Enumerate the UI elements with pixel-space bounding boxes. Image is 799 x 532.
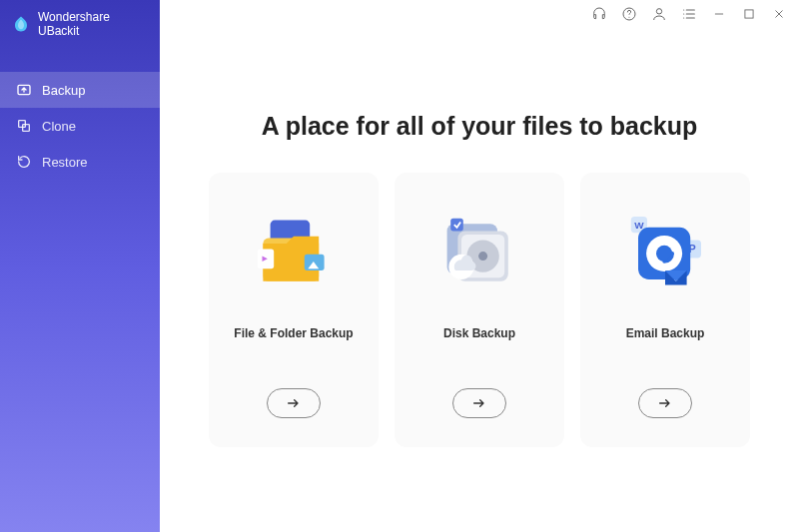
svg-text:W: W: [634, 220, 644, 231]
backup-icon: [16, 82, 32, 98]
card-file-folder-backup[interactable]: File & Folder Backup: [209, 173, 379, 447]
main: A place for all of your files to backup …: [160, 0, 799, 532]
nav: Backup Clone Restore: [0, 72, 160, 180]
user-icon[interactable]: [651, 6, 667, 22]
sidebar-item-clone[interactable]: Clone: [0, 108, 160, 144]
headset-icon[interactable]: [591, 6, 607, 22]
card-disk-backup[interactable]: Disk Backup: [395, 173, 564, 447]
svg-rect-18: [450, 219, 463, 232]
sidebar-item-label: Clone: [42, 119, 76, 134]
sidebar-item-restore[interactable]: Restore: [0, 144, 160, 180]
folder-icon: [244, 203, 344, 302]
topbar: [160, 0, 799, 28]
arrow-button[interactable]: [452, 388, 506, 418]
sidebar: Wondershare UBackit Backup Clone Restore: [0, 0, 160, 532]
brand-logo-icon: [12, 15, 30, 33]
arrow-button[interactable]: [638, 388, 692, 418]
svg-rect-5: [745, 10, 753, 18]
sidebar-item-label: Restore: [42, 155, 88, 170]
minimize-icon[interactable]: [711, 6, 727, 22]
sidebar-item-backup[interactable]: Backup: [0, 72, 160, 108]
card-label: File & Folder Backup: [234, 326, 353, 340]
clone-icon: [16, 118, 32, 134]
list-icon[interactable]: [681, 6, 697, 22]
arrow-button[interactable]: [267, 388, 321, 418]
sidebar-item-label: Backup: [42, 83, 85, 98]
brand: Wondershare UBackit: [0, 0, 160, 48]
content: A place for all of your files to backup …: [160, 28, 799, 532]
card-email-backup[interactable]: W P Email Backup: [580, 173, 750, 447]
cards: File & Folder Backup: [209, 173, 750, 447]
close-icon[interactable]: [771, 6, 787, 22]
card-label: Disk Backup: [443, 326, 515, 340]
disk-icon: [429, 203, 529, 302]
restore-icon: [16, 154, 32, 170]
maximize-icon[interactable]: [741, 6, 757, 22]
page-title: A place for all of your files to backup: [262, 112, 698, 141]
card-label: Email Backup: [626, 326, 705, 340]
brand-name: Wondershare UBackit: [38, 10, 148, 38]
help-icon[interactable]: [621, 6, 637, 22]
svg-point-4: [656, 9, 661, 14]
email-icon: W P: [615, 203, 715, 302]
svg-point-16: [478, 252, 487, 261]
